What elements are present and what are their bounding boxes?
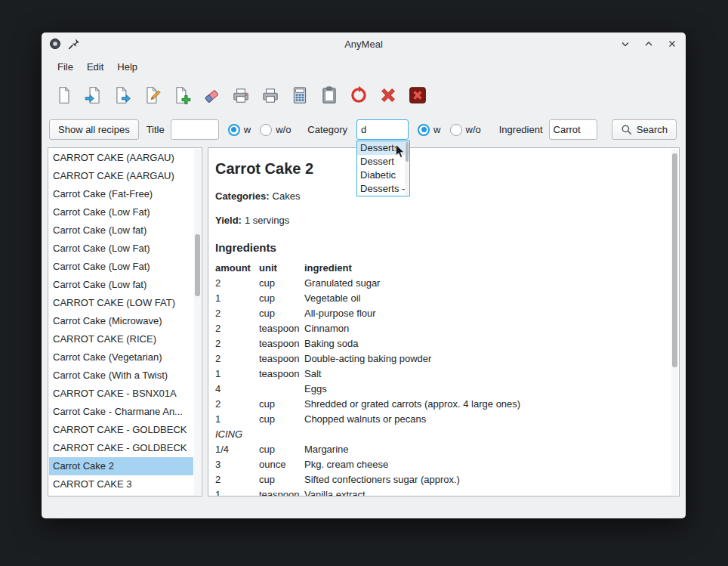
quit-icon xyxy=(408,85,427,105)
ingredient-row: 1 teaspoon Salt xyxy=(215,367,662,382)
recipe-list-scrollbar-thumb[interactable] xyxy=(195,234,200,296)
yield-value: 1 servings xyxy=(245,215,289,226)
recipe-list-panel: CARROT CAKE (AARGAU)CARROT CAKE (AARGAU)… xyxy=(48,147,202,496)
ingredient-row: 2 teaspoon Baking soda xyxy=(215,336,662,351)
close-button[interactable] xyxy=(666,38,678,50)
category-with-label: w xyxy=(433,124,440,135)
ingredient-name: Chopped walnuts or pecans xyxy=(304,412,662,427)
export-recipes-icon xyxy=(113,85,133,105)
search-button-label: Search xyxy=(637,124,668,135)
ingredient-unit xyxy=(259,427,304,442)
menu-item[interactable]: Edit xyxy=(80,58,110,76)
new-database-button[interactable] xyxy=(52,82,76,108)
recipe-list-scrollbar[interactable] xyxy=(194,149,201,495)
category-dropdown-item[interactable]: Desserts - xyxy=(357,182,409,196)
ingredient-filter-input[interactable] xyxy=(549,119,597,140)
close-icon xyxy=(666,38,678,50)
recipe-list-item[interactable]: Carrot Cake (Low Fat) xyxy=(49,203,193,221)
category-filter-label: Category xyxy=(307,124,347,135)
recipe-list-item[interactable]: Carrot Cake (Microwave) xyxy=(49,312,193,330)
new-database-icon xyxy=(54,85,74,105)
recipe-list-item[interactable]: CARROT CAKE 3 xyxy=(49,475,193,493)
recipe-list-item[interactable]: Carrot Cake (With a Twist) xyxy=(49,367,193,385)
ingredients-header-row: amount unit ingredient xyxy=(215,261,662,276)
titlebar-left xyxy=(49,38,80,50)
search-button[interactable]: Search xyxy=(612,119,677,140)
show-all-recipes-button[interactable]: Show all recipes xyxy=(49,119,139,140)
content-area: CARROT CAKE (AARGAU)CARROT CAKE (AARGAU)… xyxy=(42,147,686,496)
recipe-list-item[interactable]: CARROT CAKE (AARGAU) xyxy=(49,149,193,167)
title-filter-input[interactable] xyxy=(171,119,219,140)
ingredient-amount: 2 xyxy=(215,276,259,291)
delete-button[interactable] xyxy=(376,82,400,108)
recipe-list-item[interactable]: Carrot Cake (Low fat) xyxy=(49,221,193,240)
delete-recipe-button[interactable] xyxy=(199,82,224,108)
quit-button[interactable] xyxy=(406,82,430,108)
ingredient-amount: 2 xyxy=(215,306,259,321)
recipe-list-item[interactable]: Carrot Cake (Low Fat) xyxy=(49,258,193,276)
ingredient-name: Eggs xyxy=(304,382,662,397)
edit-recipe-button[interactable] xyxy=(140,82,165,108)
import-recipes-button[interactable] xyxy=(82,82,106,108)
yield-label: Yield: xyxy=(215,215,242,226)
title-without-radio[interactable]: w/o xyxy=(260,124,291,136)
ingredient-name: Margarine xyxy=(304,442,662,457)
title-with-label: w xyxy=(244,124,251,135)
recipe-list-item[interactable]: CARROT CAKE - GOLDBECK xyxy=(49,439,193,457)
radio-dot xyxy=(228,124,240,136)
calculator-icon xyxy=(290,85,310,105)
recipe-list-item[interactable]: CARROT CAKE (AARGAU) xyxy=(49,167,193,185)
radio-dot xyxy=(450,124,462,136)
clipboard-button[interactable] xyxy=(317,82,341,108)
recipe-list-item[interactable]: Carrot Cake (Vegetarian) xyxy=(49,348,193,367)
ingredient-amount: 2 xyxy=(215,472,259,487)
new-recipe-icon xyxy=(172,85,192,105)
categories-label: Categories: xyxy=(215,190,270,202)
export-recipes-button[interactable] xyxy=(111,82,135,108)
chevron-up-icon xyxy=(643,38,655,50)
clipboard-icon xyxy=(319,85,339,105)
recipe-detail-scrollbar[interactable] xyxy=(671,149,678,495)
print-preview-icon xyxy=(231,85,251,105)
red-x-icon xyxy=(378,85,398,105)
chevron-down-icon xyxy=(619,38,631,50)
ingredient-amount: 1 xyxy=(215,487,259,496)
recipe-list-item[interactable]: CARROT CAKE (RICE) xyxy=(49,330,193,348)
recipe-list: CARROT CAKE (AARGAU)CARROT CAKE (AARGAU)… xyxy=(49,149,193,495)
title-with-radio[interactable]: w xyxy=(228,124,251,136)
recipe-list-item[interactable]: CARROT CAKE - BSNX01A xyxy=(49,385,193,403)
eraser-icon xyxy=(202,85,221,105)
recipe-list-item[interactable]: CARROT CAKE - GOLDBECK xyxy=(49,421,193,439)
print-preview-button[interactable] xyxy=(229,82,253,108)
sync-database-button[interactable] xyxy=(347,82,371,108)
category-dropdown-item[interactable]: Diabetic xyxy=(357,169,409,182)
ingredient-unit: cup xyxy=(259,306,304,321)
radio-dot xyxy=(260,124,272,136)
maximize-button[interactable] xyxy=(643,38,655,50)
ingredient-amount: 2 xyxy=(215,397,259,412)
recipe-list-item[interactable]: Carrot Cake (Low fat) xyxy=(49,276,193,294)
ingredient-unit: cup xyxy=(259,412,304,427)
new-recipe-button[interactable] xyxy=(170,82,194,108)
category-without-radio[interactable]: w/o xyxy=(450,124,481,136)
ingredient-row: 4 Eggs xyxy=(215,382,662,397)
title-filter-label: Title xyxy=(147,124,165,135)
recipe-list-item[interactable]: Carrot Cake - Charmane An... xyxy=(49,403,193,421)
category-with-radio[interactable]: w xyxy=(418,124,440,136)
recipe-list-item[interactable]: Carrot Cake (Fat-Free) xyxy=(49,185,193,203)
recipe-list-item[interactable]: CARROT CAKE (LOW FAT) xyxy=(49,294,193,312)
calculator-button[interactable] xyxy=(288,82,312,108)
recipe-list-item[interactable]: Carrot Cake (Low Fat) xyxy=(49,240,193,258)
recipe-detail-scrollbar-thumb[interactable] xyxy=(672,153,677,367)
print-button[interactable] xyxy=(258,82,282,108)
ingredient-name: Shredded or grated carrots (approx. 4 la… xyxy=(304,397,662,412)
minimize-button[interactable] xyxy=(619,38,631,50)
ingredients-table: amount unit ingredient 2 cup Granulated … xyxy=(215,261,662,496)
ingredient-amount: 1 xyxy=(215,367,259,382)
col-header-amount: amount xyxy=(215,261,259,276)
recipe-list-item[interactable]: Carrot Cake 2 xyxy=(49,457,193,475)
menu-item[interactable]: File xyxy=(51,58,80,76)
menu-item[interactable]: Help xyxy=(110,58,144,76)
pin-icon[interactable] xyxy=(68,38,80,50)
category-filter-input[interactable] xyxy=(356,119,409,140)
